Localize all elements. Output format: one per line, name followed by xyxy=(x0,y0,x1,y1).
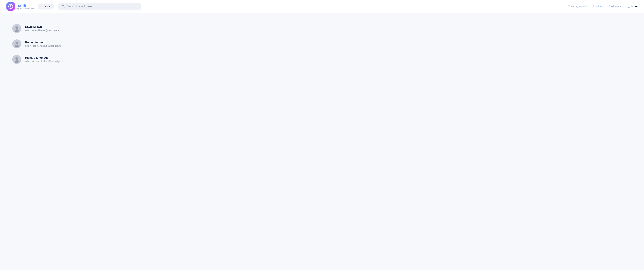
search-bar xyxy=(58,3,142,10)
nav-link-time-registration[interactable]: Time registration xyxy=(568,5,588,8)
logo-icon xyxy=(6,2,15,11)
user-avatar-icon xyxy=(13,40,20,47)
nav-link-customers[interactable]: Customers xyxy=(608,5,621,8)
employee-name: Richard Lindhout xyxy=(25,56,62,59)
nav-links: Time registration Invoices Customers ...… xyxy=(568,5,638,8)
search-input[interactable] xyxy=(67,5,138,8)
navbar: half5 registreer & factureer Back Time r… xyxy=(0,0,644,13)
clock-icon xyxy=(8,4,13,9)
user-avatar-icon xyxy=(13,25,20,32)
employee-info: David Brown admin • david.brown@webridge… xyxy=(25,25,59,32)
back-button[interactable]: Back xyxy=(38,3,54,9)
user-avatar-icon xyxy=(13,56,20,63)
nav-more[interactable]: ... More xyxy=(627,5,638,8)
avatar xyxy=(12,39,21,48)
svg-point-10 xyxy=(15,60,19,63)
svg-line-4 xyxy=(64,7,64,8)
svg-point-8 xyxy=(15,45,19,47)
more-label: More xyxy=(632,5,638,8)
nav-link-invoices[interactable]: Invoices xyxy=(593,5,603,8)
employee-meta: admin • richard.lindhout@webridge.nl xyxy=(25,60,62,63)
main-content: David Brown admin • david.brown@webridge… xyxy=(0,13,644,75)
avatar xyxy=(12,55,21,64)
arrow-left-icon xyxy=(41,5,44,8)
logo-name: half5 xyxy=(16,3,34,8)
employee-meta: admin • david.brown@webridge.nl xyxy=(25,29,59,32)
employee-info: Robin Lindhout admin • robin.lindhout@we… xyxy=(25,41,61,47)
logo-text: half5 registreer & factureer xyxy=(16,3,34,10)
employee-name: Robin Lindhout xyxy=(25,41,61,44)
logo-subtitle: registreer & factureer xyxy=(16,8,34,10)
employee-name: David Brown xyxy=(25,25,59,28)
svg-point-5 xyxy=(16,26,18,29)
svg-point-7 xyxy=(16,42,18,44)
employee-item[interactable]: Richard Lindhout admin • richard.lindhou… xyxy=(10,52,122,67)
svg-point-6 xyxy=(15,29,19,32)
back-label: Back xyxy=(45,5,50,8)
search-icon xyxy=(62,5,65,8)
employee-item[interactable]: Robin Lindhout admin • robin.lindhout@we… xyxy=(10,36,122,51)
avatar xyxy=(12,24,21,33)
logo[interactable]: half5 registreer & factureer xyxy=(6,2,34,11)
svg-point-9 xyxy=(16,57,18,60)
employee-meta: admin • robin.lindhout@webridge.nl xyxy=(25,44,61,47)
employee-list: David Brown admin • david.brown@webridge… xyxy=(10,21,122,67)
more-dots-icon: ... xyxy=(627,5,630,8)
svg-line-2 xyxy=(11,6,12,7)
employee-item[interactable]: David Brown admin • david.brown@webridge… xyxy=(10,21,122,36)
employee-info: Richard Lindhout admin • richard.lindhou… xyxy=(25,56,62,63)
